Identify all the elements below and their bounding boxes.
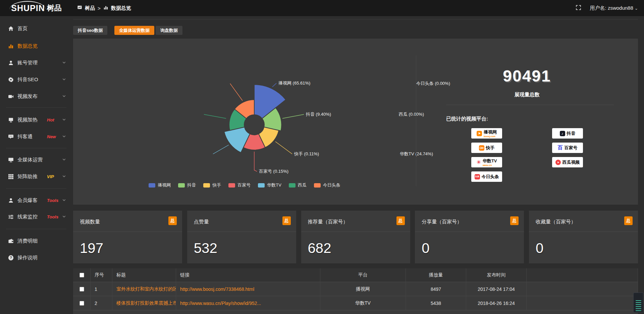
app-logo[interactable]: SHUPIN 树品: [0, 0, 73, 16]
platform-name: 快手: [486, 145, 495, 151]
legend-item-快手[interactable]: 快手: [203, 182, 221, 188]
sidebar-item-抖客通[interactable]: 抖客通New: [0, 130, 73, 143]
breadcrumb-current[interactable]: 数据总览: [111, 5, 131, 11]
sidebar-item-badge: Hot: [47, 117, 54, 122]
row-checkbox[interactable]: [79, 301, 84, 306]
stat-card-title: 点赞量: [194, 219, 209, 225]
chevron-down-icon: [62, 197, 66, 203]
stat-card-value: 0: [536, 240, 543, 256]
select-all-checkbox[interactable]: [79, 273, 84, 277]
row-select-cell: [73, 282, 91, 296]
tab-抖音seo数据[interactable]: 抖音seo数据: [73, 26, 107, 35]
legend-swatch: [203, 183, 210, 188]
cell-views: 5438: [406, 296, 466, 310]
platform-badge-今日头条[interactable]: 头条今日头条: [471, 171, 502, 182]
platform-badge-百家号[interactable]: 百百家号: [552, 143, 583, 153]
pie-label-百家号: 百家号 (0.15%): [259, 168, 288, 174]
legend-swatch: [289, 183, 296, 188]
legend-item-华数TV[interactable]: 华数TV: [258, 182, 281, 188]
pie-label-抖音: 抖音 (9.40%): [306, 111, 331, 117]
total-badge[interactable]: 总: [396, 216, 405, 225]
platform-name: 百家号: [565, 145, 578, 151]
username-display[interactable]: 用户名: zswodun88 ⌄: [590, 5, 638, 11]
sidebar-item-label: 视频发布: [17, 93, 38, 100]
cell-link[interactable]: http://www.boosj.com/7338468.html: [176, 282, 320, 296]
row-checkbox[interactable]: [79, 287, 84, 292]
sidebar-item-首页[interactable]: 首页: [0, 22, 73, 35]
video-icon: [8, 94, 14, 99]
platform-name: 西瓜视频: [562, 159, 580, 165]
total-badge[interactable]: 总: [624, 216, 633, 225]
sidebar-item-线索监控[interactable]: 线索监控Tools: [0, 211, 73, 223]
legend-swatch: [149, 183, 155, 188]
cell-link[interactable]: http://www.wasu.cn/Play/show/id/952...: [176, 296, 320, 310]
platform-name: 华数TV: [483, 158, 497, 164]
legend-item-抖音[interactable]: 抖音: [178, 182, 196, 188]
legend-item-西瓜[interactable]: 西瓜: [289, 182, 307, 188]
legend-label: 西瓜: [298, 182, 307, 188]
tab-询盘数据[interactable]: 询盘数据: [156, 26, 182, 35]
sidebar-item-会员爆客[interactable]: 会员爆客Tools: [0, 194, 73, 206]
sidebar-item-label: 视频加热: [17, 117, 38, 123]
total-badge[interactable]: 总: [168, 216, 177, 225]
sidebar-item-label: 数据总览: [17, 43, 38, 49]
sidebar-item-全媒体运营[interactable]: 全媒体运营: [0, 154, 73, 166]
sidebar-item-账号管理[interactable]: 账号管理: [0, 57, 73, 69]
sidebar-item-抖音SEO[interactable]: 抖音SEO: [0, 73, 73, 86]
sidebar-divider: [6, 107, 66, 108]
platform-badge-快手[interactable]: 快手: [471, 143, 502, 153]
table-header-平台: 平台: [320, 268, 406, 282]
platform-badge-西瓜视频[interactable]: 西瓜视频: [552, 157, 583, 167]
fullscreen-icon[interactable]: [576, 5, 581, 11]
tab-全媒体运营数据[interactable]: 全媒体运营数据: [114, 26, 154, 35]
chevron-down-icon: [62, 93, 66, 99]
table-header-链接: 链接: [176, 268, 320, 282]
legend-item-播视网[interactable]: 播视网: [149, 182, 171, 188]
cell-title[interactable]: 室外水纹灯和室内水纹灯的区别和简介: [112, 282, 176, 296]
stat-card-value: 0: [422, 240, 429, 256]
pie-label-line: [272, 83, 276, 87]
total-badge[interactable]: 总: [510, 216, 519, 225]
chart-legend: 播视网抖音快手百家号华数TV西瓜今日头条: [73, 182, 416, 188]
stat-card-title: 视频数量: [80, 219, 100, 225]
svg-text:?: ?: [10, 256, 12, 260]
sidebar-item-label: 账号管理: [17, 60, 38, 66]
total-badge[interactable]: 总: [282, 216, 291, 225]
sidebar-item-矩阵助推[interactable]: 矩阵助推VIP: [0, 170, 73, 182]
widget-stripe: [636, 306, 641, 307]
platform-badge-播视网[interactable]: 播视网boosj.com: [471, 128, 502, 139]
screen-icon: [8, 117, 14, 123]
legend-swatch: [258, 183, 265, 188]
sidebar-divider: [6, 188, 66, 189]
summary-divider: [446, 105, 614, 105]
breadcrumb: 树品 > 数据总览: [77, 0, 131, 16]
legend-label: 抖音: [187, 182, 196, 188]
sidebar-item-消费明细[interactable]: 消费明细: [0, 235, 73, 247]
legend-swatch: [314, 183, 321, 188]
sidebar-item-label: 全媒体运营: [17, 157, 43, 163]
legend-item-今日头条[interactable]: 今日头条: [314, 182, 340, 188]
pie-label-line: [213, 145, 229, 154]
breadcrumb-root[interactable]: 树品: [85, 5, 95, 11]
cell-views: 8497: [406, 282, 466, 296]
platform-badge-抖音[interactable]: ♪抖音: [552, 128, 583, 139]
sidebar-item-badge: VIP: [47, 174, 54, 179]
cell-title[interactable]: 楼体投影灯投影效果震撼上市: [112, 296, 176, 310]
legend-label: 今日头条: [323, 182, 340, 188]
legend-item-百家号[interactable]: 百家号: [228, 182, 251, 188]
stat-card-divider: [301, 231, 410, 232]
floating-side-widget[interactable]: [633, 293, 643, 313]
row-select-cell: [73, 296, 91, 310]
stat-card-divider: [187, 231, 296, 232]
platform-subtext: wasu.cn: [483, 164, 492, 166]
sidebar-item-操作说明[interactable]: ?操作说明: [0, 252, 73, 264]
rose-pie-chart[interactable]: [73, 39, 416, 205]
cell-index: 2: [91, 296, 112, 310]
sidebar-item-视频发布[interactable]: 视频发布: [0, 90, 73, 102]
sidebar-item-数据总览[interactable]: 数据总览: [0, 40, 73, 52]
sidebar-divider: [6, 229, 66, 229]
cell-empty: [527, 296, 638, 310]
platform-badge-华数TV[interactable]: ✳华数TVwasu.cn: [471, 157, 502, 167]
pie-label-line: [230, 84, 243, 101]
sidebar-item-视频加热[interactable]: 视频加热Hot: [0, 114, 73, 126]
